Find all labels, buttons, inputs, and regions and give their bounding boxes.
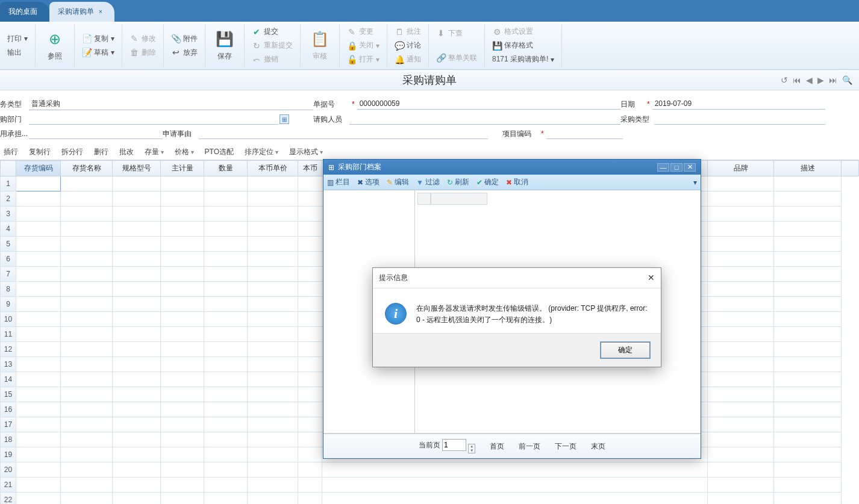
grid-cell[interactable] xyxy=(204,297,248,312)
grid-cell[interactable] xyxy=(298,447,322,462)
grid-cell[interactable] xyxy=(113,478,161,493)
grid-cell[interactable] xyxy=(161,478,204,493)
close-button[interactable]: 🔒关闭 ▾ xyxy=(345,39,382,52)
grid-cell[interactable] xyxy=(16,222,61,237)
grid-cell[interactable] xyxy=(61,267,113,282)
grid-header[interactable]: 本币 xyxy=(298,161,322,176)
grid-cell[interactable] xyxy=(16,237,61,252)
grid-cell[interactable] xyxy=(61,327,113,342)
grid-cell[interactable] xyxy=(248,222,298,237)
grid-cell[interactable] xyxy=(16,478,61,493)
reference-button[interactable]: ⊕参照 xyxy=(40,27,69,64)
copy-button[interactable]: 📄复制 ▾ xyxy=(80,33,117,45)
related-button[interactable]: 🔗整单关联 xyxy=(434,52,479,64)
grid-cell[interactable] xyxy=(113,312,161,327)
ok-button[interactable]: ✔确定 xyxy=(476,177,499,187)
grid-cell[interactable] xyxy=(774,176,842,191)
attach-button[interactable]: 📎附件 xyxy=(169,33,200,45)
grid-cell[interactable] xyxy=(708,372,774,387)
grid-cell[interactable] xyxy=(708,312,774,327)
grid-cell[interactable] xyxy=(204,387,248,402)
grid-cell[interactable] xyxy=(161,267,204,282)
grid-cell[interactable] xyxy=(708,207,774,222)
grid-cell[interactable] xyxy=(708,297,774,312)
open-button[interactable]: 🔓打开 ▾ xyxy=(345,53,382,66)
grid-header[interactable]: 数量 xyxy=(204,161,248,176)
grid-cell[interactable] xyxy=(16,357,61,372)
grid-cell[interactable] xyxy=(61,297,113,312)
submit-button[interactable]: ✔提交 xyxy=(249,25,295,38)
prev-record-icon[interactable]: ◀ xyxy=(804,75,814,85)
grid-cell[interactable] xyxy=(113,387,161,402)
dept-field[interactable] xyxy=(29,114,278,125)
grid-cell[interactable] xyxy=(113,297,161,312)
grid-cell[interactable] xyxy=(161,327,204,342)
grid-cell[interactable] xyxy=(708,432,774,447)
reason-field[interactable] xyxy=(199,128,488,139)
grid-header[interactable]: 本币单价 xyxy=(248,161,298,176)
grid-cell[interactable] xyxy=(113,267,161,282)
display-format-button[interactable]: 显示格式 xyxy=(289,147,323,157)
next-page-button[interactable]: 下一页 xyxy=(555,441,576,452)
first-record-icon[interactable]: ⏮ xyxy=(791,75,803,85)
grid-cell[interactable] xyxy=(774,342,842,357)
grid-cell[interactable] xyxy=(298,312,322,327)
date-field[interactable]: 2019-07-09 xyxy=(652,99,825,110)
grid-cell[interactable] xyxy=(298,176,322,191)
grid-cell[interactable] xyxy=(204,342,248,357)
grid-cell[interactable] xyxy=(774,432,842,447)
grid-cell[interactable] xyxy=(774,372,842,387)
grid-cell[interactable] xyxy=(61,478,113,493)
grid-cell[interactable] xyxy=(248,372,298,387)
draft-button[interactable]: 📝草稿 ▾ xyxy=(80,46,117,59)
up-icon[interactable]: ▲ xyxy=(469,444,475,449)
grid-cell[interactable] xyxy=(161,402,204,417)
grid-cell[interactable] xyxy=(248,191,298,207)
resubmit-button[interactable]: ↻重新提交 xyxy=(249,39,295,52)
grid-cell[interactable] xyxy=(774,191,842,207)
grid-cell[interactable] xyxy=(16,267,61,282)
batch-approve-button[interactable]: 🗒批注 xyxy=(392,25,423,38)
grid-cell[interactable] xyxy=(708,252,774,267)
maximize-icon[interactable]: □ xyxy=(670,163,683,172)
grid-cell[interactable] xyxy=(774,402,842,417)
error-ok-button[interactable]: 确定 xyxy=(601,342,650,358)
grid-cell[interactable] xyxy=(61,237,113,252)
grid-cell[interactable] xyxy=(61,447,113,462)
table-row[interactable]: 21 xyxy=(1,478,859,493)
split-row-button[interactable]: 拆分行 xyxy=(61,147,83,157)
grid-cell[interactable] xyxy=(113,432,161,447)
grid-cell[interactable] xyxy=(16,462,61,478)
grid-cell[interactable] xyxy=(113,282,161,297)
first-page-button[interactable]: 首页 xyxy=(490,441,504,452)
grid-cell[interactable] xyxy=(16,297,61,312)
minimize-icon[interactable]: — xyxy=(657,163,669,172)
grid-cell[interactable] xyxy=(298,462,322,478)
purchase-type-field[interactable] xyxy=(654,114,825,125)
grid-header[interactable]: 存货编码 xyxy=(16,161,61,176)
close-icon[interactable]: ✕ xyxy=(684,163,696,172)
biz-type-field[interactable]: 普通采购 xyxy=(29,98,313,110)
grid-cell[interactable] xyxy=(298,222,322,237)
page-spinner[interactable]: ▲▼ xyxy=(468,444,475,453)
grid-header[interactable]: 描述 xyxy=(774,161,842,176)
grid-cell[interactable] xyxy=(61,191,113,207)
notify-button[interactable]: 🔔通知 xyxy=(392,53,423,66)
grid-cell[interactable] xyxy=(113,447,161,462)
grid-cell[interactable] xyxy=(298,282,322,297)
grid-cell[interactable] xyxy=(298,267,322,282)
grid-cell[interactable] xyxy=(248,447,298,462)
cancel-button[interactable]: ✖取消 xyxy=(506,177,528,187)
grid-cell[interactable] xyxy=(204,176,248,191)
grid-cell[interactable] xyxy=(708,342,774,357)
grid-header[interactable]: 存货名称 xyxy=(61,161,113,176)
grid-cell[interactable] xyxy=(708,282,774,297)
grid-cell[interactable] xyxy=(113,252,161,267)
grid-cell[interactable] xyxy=(161,252,204,267)
grid-cell[interactable] xyxy=(113,372,161,387)
grid-cell[interactable] xyxy=(298,372,322,387)
grid-cell[interactable] xyxy=(61,222,113,237)
archive-title-bar[interactable]: ⊞ 采购部门档案 — □ ✕ xyxy=(323,160,701,175)
grid-cell[interactable] xyxy=(61,342,113,357)
grid-cell[interactable] xyxy=(16,387,61,402)
